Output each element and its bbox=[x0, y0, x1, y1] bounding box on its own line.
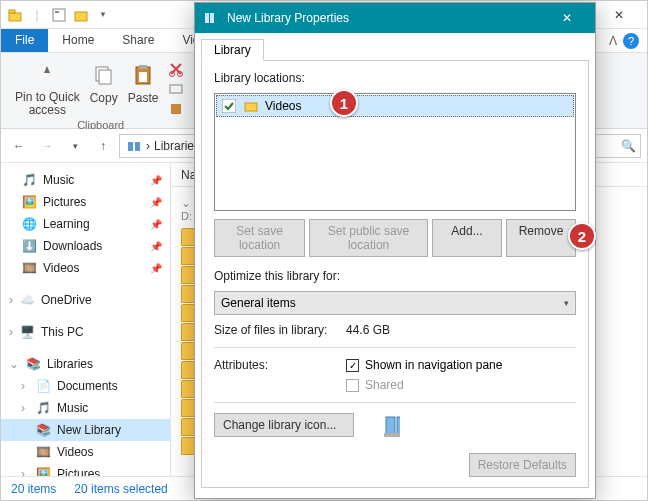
chevron-right-icon: › bbox=[21, 379, 29, 393]
svg-rect-20 bbox=[245, 103, 257, 111]
pin-icon: 📌 bbox=[150, 263, 162, 274]
nav-recent-button[interactable]: ▾ bbox=[63, 134, 87, 158]
libraries-icon: 📚 bbox=[25, 356, 41, 372]
dialog-footer: OK Cancel Apply bbox=[195, 494, 595, 501]
nav-item-pictures[interactable]: 🖼️Pictures📌 bbox=[1, 191, 170, 213]
nav-forward-button[interactable]: → bbox=[35, 134, 59, 158]
nav-item-music[interactable]: 🎵Music📌 bbox=[1, 169, 170, 191]
pin-icon: 📌 bbox=[150, 241, 162, 252]
navigation-pane: 🎵Music📌 🖼️Pictures📌 🌐Learning📌 ⬇️Downloa… bbox=[1, 163, 171, 476]
libraries-icon bbox=[126, 138, 142, 154]
copy-icon bbox=[90, 61, 118, 89]
set-public-save-location-button[interactable]: Set public save location bbox=[309, 219, 428, 257]
paste-icon bbox=[129, 61, 157, 89]
check-icon bbox=[221, 98, 237, 114]
remove-button[interactable]: Remove bbox=[506, 219, 576, 257]
chevron-right-icon: › bbox=[21, 467, 29, 476]
pc-icon: 🖥️ bbox=[19, 324, 35, 340]
size-value: 44.6 GB bbox=[346, 323, 390, 337]
search-icon: 🔍 bbox=[621, 139, 636, 153]
svg-rect-8 bbox=[139, 65, 147, 69]
svg-rect-17 bbox=[205, 13, 209, 23]
downloads-icon: ⬇️ bbox=[21, 238, 37, 254]
videos-icon: 🎞️ bbox=[35, 444, 51, 460]
copy-path-icon[interactable] bbox=[168, 81, 186, 99]
nav-back-button[interactable]: ← bbox=[7, 134, 31, 158]
pictures-icon: 🖼️ bbox=[35, 466, 51, 476]
annotation-badge-2: 2 bbox=[568, 222, 596, 250]
nav-item-videos-lib[interactable]: 🎞️Videos bbox=[1, 441, 170, 463]
library-locations-list[interactable]: Videos bbox=[214, 93, 576, 211]
nav-item-onedrive[interactable]: ›☁️OneDrive bbox=[1, 289, 170, 311]
qat-newfolder-icon[interactable] bbox=[73, 7, 89, 23]
location-name: Videos bbox=[265, 99, 301, 113]
dialog-page: Library locations: Videos Set save locat… bbox=[201, 60, 589, 488]
svg-rect-2 bbox=[53, 9, 65, 21]
restore-defaults-button[interactable]: Restore Defaults bbox=[469, 453, 576, 477]
change-library-icon-button[interactable]: Change library icon... bbox=[214, 413, 354, 437]
nav-up-button[interactable]: ↑ bbox=[91, 134, 115, 158]
set-save-location-button[interactable]: Set save location bbox=[214, 219, 305, 257]
svg-rect-21 bbox=[386, 417, 395, 435]
pin-icon bbox=[33, 61, 61, 89]
ribbon-collapse-icon[interactable]: ᐱ bbox=[609, 34, 617, 48]
chevron-down-icon: ▾ bbox=[564, 298, 569, 308]
qat-separator: | bbox=[29, 7, 45, 23]
nav-item-new-library[interactable]: 📚New Library bbox=[1, 419, 170, 441]
documents-icon: 📄 bbox=[35, 378, 51, 394]
chevron-right-icon: › bbox=[21, 401, 29, 415]
svg-rect-1 bbox=[9, 10, 15, 13]
copy-button[interactable]: Copy bbox=[90, 61, 118, 105]
chevron-right-icon: › bbox=[9, 293, 13, 307]
close-button[interactable]: ✕ bbox=[597, 1, 641, 29]
music-icon: 🎵 bbox=[35, 400, 51, 416]
paste-shortcut-icon[interactable] bbox=[168, 101, 186, 119]
shared-checkbox[interactable]: Shared bbox=[346, 378, 502, 392]
pictures-icon: 🖼️ bbox=[21, 194, 37, 210]
search-box[interactable]: 🔍 bbox=[591, 134, 641, 158]
shown-in-nav-checkbox[interactable]: ✓Shown in navigation pane bbox=[346, 358, 502, 372]
pin-to-quick-access-button[interactable]: Pin to Quickaccess bbox=[15, 61, 80, 117]
svg-rect-4 bbox=[75, 12, 87, 21]
nav-item-learning[interactable]: 🌐Learning📌 bbox=[1, 213, 170, 235]
folder-icon bbox=[243, 98, 259, 114]
tab-share[interactable]: Share bbox=[108, 29, 168, 52]
size-label: Size of files in library: bbox=[214, 323, 334, 337]
svg-rect-16 bbox=[135, 142, 140, 151]
optimize-select[interactable]: General items ▾ bbox=[214, 291, 576, 315]
qat-dropdown-icon[interactable]: ▼ bbox=[95, 7, 111, 23]
svg-rect-18 bbox=[210, 13, 214, 23]
nav-item-videos[interactable]: 🎞️Videos📌 bbox=[1, 257, 170, 279]
nav-item-music-lib[interactable]: ›🎵Music bbox=[1, 397, 170, 419]
nav-item-thispc[interactable]: ›🖥️This PC bbox=[1, 321, 170, 343]
svg-rect-22 bbox=[397, 417, 400, 435]
pin-icon: 📌 bbox=[150, 197, 162, 208]
help-icon[interactable]: ? bbox=[623, 33, 639, 49]
svg-rect-23 bbox=[384, 433, 400, 437]
add-button[interactable]: Add... bbox=[432, 219, 502, 257]
cut-icon[interactable] bbox=[168, 61, 186, 79]
status-selected-count: 20 items selected bbox=[74, 482, 167, 496]
dialog-title-bar[interactable]: New Library Properties ✕ bbox=[195, 3, 595, 33]
optimize-value: General items bbox=[221, 296, 296, 310]
pin-icon: 📌 bbox=[150, 175, 162, 186]
tab-library[interactable]: Library bbox=[201, 39, 264, 61]
paste-button[interactable]: Paste bbox=[128, 61, 159, 105]
library-icon: 📚 bbox=[35, 422, 51, 438]
nav-item-pictures-lib[interactable]: ›🖼️Pictures bbox=[1, 463, 170, 476]
svg-rect-15 bbox=[128, 142, 133, 151]
nav-item-libraries[interactable]: ⌄📚Libraries bbox=[1, 353, 170, 375]
tab-home[interactable]: Home bbox=[48, 29, 108, 52]
location-item[interactable]: Videos bbox=[216, 95, 574, 117]
tab-file[interactable]: File bbox=[1, 29, 48, 52]
nav-item-documents[interactable]: ›📄Documents bbox=[1, 375, 170, 397]
qat-properties-icon[interactable] bbox=[51, 7, 67, 23]
chevron-down-icon[interactable]: ⌄ bbox=[181, 196, 191, 210]
nav-item-downloads[interactable]: ⬇️Downloads📌 bbox=[1, 235, 170, 257]
chevron-down-icon: ⌄ bbox=[9, 357, 19, 371]
locations-label: Library locations: bbox=[214, 71, 576, 85]
onedrive-icon: ☁️ bbox=[19, 292, 35, 308]
properties-dialog: New Library Properties ✕ Library Library… bbox=[194, 2, 596, 499]
dialog-close-button[interactable]: ✕ bbox=[547, 3, 587, 33]
dialog-tabs: Library bbox=[195, 33, 595, 61]
